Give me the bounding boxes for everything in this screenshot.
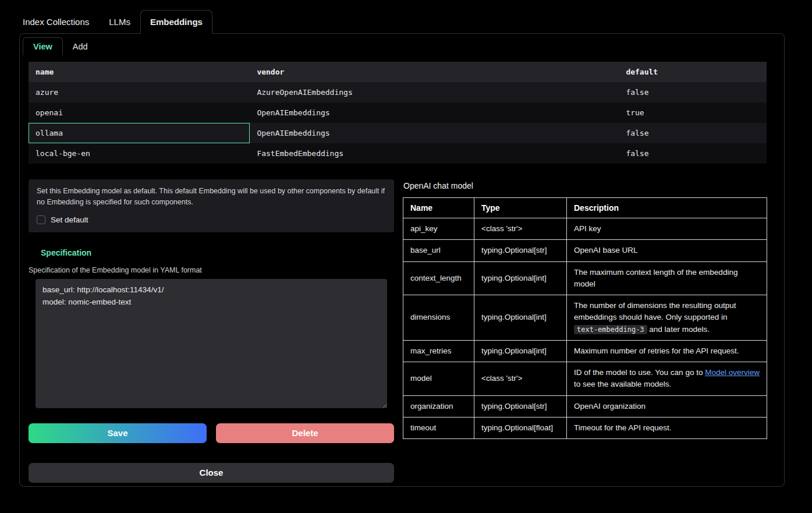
- tab-llms[interactable]: LLMs: [99, 10, 140, 33]
- spec-row-context-length: context_length typing.Optional[int] The …: [403, 261, 767, 295]
- spec-param-desc: ID of the model to use. You can go to Mo…: [567, 362, 767, 396]
- yaml-spec-input[interactable]: base_url: http://localhost:11434/v1/ mod…: [36, 279, 387, 408]
- set-default-checkbox[interactable]: [37, 215, 45, 224]
- delete-button[interactable]: Delete: [216, 423, 394, 443]
- cell-default[interactable]: false: [619, 82, 767, 102]
- embeddings-table-wrap: name vendor default azure AzureOpenAIEmb…: [29, 62, 767, 164]
- cell-vendor[interactable]: AzureOpenAIEmbeddings: [250, 82, 619, 102]
- spec-param-name: context_length: [403, 261, 474, 295]
- table-header-row: name vendor default: [29, 62, 767, 82]
- set-default-card: Set this Embedding model as default. Thi…: [29, 179, 394, 232]
- spec-header-type: Type: [474, 198, 567, 218]
- spec-param-desc: OpenAI organization: [567, 395, 767, 417]
- save-button[interactable]: Save: [29, 423, 207, 443]
- spec-param-type: typing.Optional[int]: [474, 261, 567, 295]
- model-spec-title: OpenAI chat model: [403, 181, 767, 190]
- spec-param-type: typing.Optional[str]: [474, 395, 567, 417]
- spec-param-name: model: [403, 362, 474, 396]
- close-button[interactable]: Close: [29, 463, 394, 483]
- table-row-local-bge-en[interactable]: local-bge-en FastEmbedEmbeddings false: [29, 143, 767, 164]
- inline-code-text-embedding-3: text-embedding-3: [574, 325, 647, 334]
- tab-embeddings[interactable]: Embeddings: [140, 10, 212, 34]
- tab-add[interactable]: Add: [63, 38, 98, 55]
- table-row-ollama[interactable]: ollama OpenAIEmbeddings false: [29, 123, 767, 143]
- cell-vendor[interactable]: OpenAIEmbeddings: [250, 123, 619, 143]
- spec-param-name: timeout: [403, 417, 474, 438]
- model-overview-link[interactable]: Model overview: [705, 368, 760, 377]
- spec-row-max-retries: max_retries typing.Optional[int] Maximum…: [403, 340, 767, 362]
- embeddings-table: name vendor default azure AzureOpenAIEmb…: [29, 62, 767, 164]
- desc-text: to see the available models.: [574, 380, 671, 388]
- table-row-azure[interactable]: azure AzureOpenAIEmbeddings false: [29, 82, 767, 102]
- column-header-default: default: [619, 62, 767, 82]
- model-spec-column: OpenAI chat model Name Type Description …: [403, 179, 767, 483]
- spec-param-name: organization: [403, 395, 474, 417]
- spec-param-name: dimensions: [403, 295, 474, 341]
- spec-param-desc: API key: [567, 218, 767, 240]
- column-header-name: name: [29, 62, 250, 82]
- spec-param-type: <class 'str'>: [474, 218, 567, 240]
- specification-heading: Specification: [41, 248, 394, 257]
- spec-param-name: max_retries: [403, 340, 474, 362]
- spec-param-type: typing.Optional[float]: [474, 417, 567, 438]
- spec-header-row: Name Type Description: [403, 198, 767, 218]
- embeddings-panel: View Add name vendor default azure Azure…: [19, 33, 785, 487]
- spec-param-name: base_url: [403, 240, 474, 261]
- spec-param-type: <class 'str'>: [474, 362, 567, 396]
- spec-row-organization: organization typing.Optional[str] OpenAI…: [403, 395, 767, 417]
- spec-header-description: Description: [567, 198, 767, 218]
- spec-row-timeout: timeout typing.Optional[float] Timeout f…: [403, 417, 767, 438]
- spec-param-desc: The number of dimensions the resulting o…: [567, 295, 767, 341]
- spec-row-model: model <class 'str'> ID of the model to u…: [403, 362, 767, 396]
- action-button-row: Save Delete: [29, 423, 394, 443]
- set-default-description: Set this Embedding model as default. Thi…: [37, 186, 386, 208]
- detail-area: Set this Embedding model as default. Thi…: [29, 179, 767, 483]
- cell-default[interactable]: true: [619, 102, 767, 123]
- cell-default[interactable]: false: [619, 123, 767, 143]
- table-row-openai[interactable]: openai OpenAIEmbeddings true: [29, 102, 767, 123]
- cell-vendor[interactable]: OpenAIEmbeddings: [250, 102, 619, 123]
- spec-param-name: api_key: [403, 218, 474, 240]
- spec-row-base-url: base_url typing.Optional[str] OpenAI bas…: [403, 240, 767, 261]
- spec-param-type: typing.Optional[int]: [474, 295, 567, 341]
- sub-tab-bar: View Add: [20, 34, 784, 55]
- cell-vendor[interactable]: FastEmbedEmbeddings: [250, 143, 619, 164]
- spec-header-name: Name: [403, 198, 474, 218]
- spec-param-desc: Maximum number of retries for the API re…: [567, 340, 767, 362]
- spec-param-desc: Timeout for the API request.: [567, 417, 767, 438]
- desc-text: and later models.: [647, 325, 710, 334]
- cell-name[interactable]: local-bge-en: [29, 143, 250, 164]
- set-default-checkbox-row[interactable]: Set default: [37, 215, 386, 224]
- column-header-vendor: vendor: [250, 62, 619, 82]
- spec-param-desc: The maximum context length of the embedd…: [567, 261, 767, 295]
- model-spec-table: Name Type Description api_key <class 'st…: [403, 197, 767, 439]
- specification-hint: Specification of the Embedding model in …: [29, 266, 394, 274]
- cell-name[interactable]: azure: [29, 82, 250, 102]
- desc-text: The number of dimensions the resulting o…: [574, 301, 736, 321]
- edit-column: Set this Embedding model as default. Thi…: [29, 179, 394, 483]
- tab-index-collections[interactable]: Index Collections: [13, 10, 99, 33]
- spec-param-type: typing.Optional[str]: [474, 240, 567, 261]
- desc-text: ID of the model to use. You can go to: [574, 368, 705, 377]
- tab-view[interactable]: View: [23, 37, 63, 55]
- spec-row-api-key: api_key <class 'str'> API key: [403, 218, 767, 240]
- spec-row-dimensions: dimensions typing.Optional[int] The numb…: [403, 295, 767, 341]
- cell-name[interactable]: openai: [29, 102, 250, 123]
- top-tab-bar: Index Collections LLMs Embeddings: [0, 0, 812, 33]
- cell-default[interactable]: false: [619, 143, 767, 164]
- cell-name-selected[interactable]: ollama: [29, 123, 250, 143]
- set-default-label: Set default: [51, 215, 88, 224]
- spec-param-type: typing.Optional[int]: [474, 340, 567, 362]
- spec-param-desc: OpenAI base URL: [567, 240, 767, 261]
